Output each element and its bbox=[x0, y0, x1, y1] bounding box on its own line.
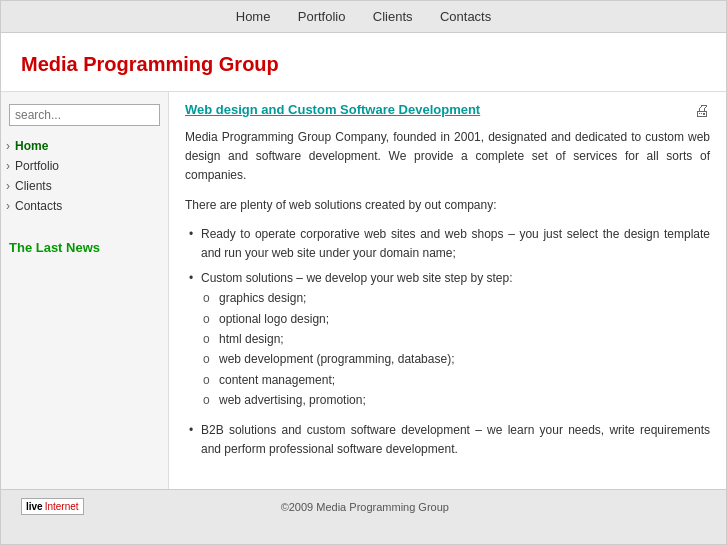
nav-contacts-link[interactable]: Contacts bbox=[440, 9, 491, 24]
main-layout: Home Portfolio Clients Contacts The Last… bbox=[1, 91, 726, 489]
nav-portfolio-link[interactable]: Portfolio bbox=[298, 9, 346, 24]
print-icon[interactable]: 🖨 bbox=[694, 102, 710, 120]
badge-live-text: live bbox=[26, 501, 43, 512]
sidebar-nav-menu: Home Portfolio Clients Contacts bbox=[1, 136, 168, 216]
nav-clients-link[interactable]: Clients bbox=[373, 9, 413, 24]
footer-badge: live Internet bbox=[21, 498, 84, 515]
sub-list-item: web advertising, promotion; bbox=[201, 390, 710, 410]
sidebar-item-home[interactable]: Home bbox=[1, 136, 168, 156]
site-footer: live Internet ©2009 Media Programming Gr… bbox=[1, 489, 726, 523]
badge-internet-text: Internet bbox=[45, 501, 79, 512]
sub-list-item: web development (programming, database); bbox=[201, 349, 710, 369]
sidebar-item-clients[interactable]: Clients bbox=[1, 176, 168, 196]
sidebar: Home Portfolio Clients Contacts The Last… bbox=[1, 92, 169, 489]
list-item: B2B solutions and custom software develo… bbox=[185, 421, 710, 459]
list-item: Custom solutions – we develop your web s… bbox=[185, 269, 710, 411]
intro-paragraph: Media Programming Group Company, founded… bbox=[185, 128, 710, 186]
content-title: Web design and Custom Software Developme… bbox=[185, 102, 480, 117]
sub-bullet-list: graphics design; optional logo design; h… bbox=[201, 288, 710, 410]
top-navigation: Home Portfolio Clients Contacts bbox=[1, 1, 726, 33]
search-input[interactable] bbox=[9, 104, 160, 126]
last-news-title: The Last News bbox=[1, 232, 168, 259]
search-box bbox=[9, 104, 160, 126]
sub-list-item: html design; bbox=[201, 329, 710, 349]
sub-list-item: content management; bbox=[201, 370, 710, 390]
sub-list-item: optional logo design; bbox=[201, 309, 710, 329]
nav-menu-top: Home Portfolio Clients Contacts bbox=[1, 9, 726, 24]
nav-home-link[interactable]: Home bbox=[236, 9, 271, 24]
sidebar-item-contacts[interactable]: Contacts bbox=[1, 196, 168, 216]
sub-list-item: graphics design; bbox=[201, 288, 710, 308]
solutions-intro: There are plenty of web solutions create… bbox=[185, 196, 710, 215]
sidebar-item-portfolio[interactable]: Portfolio bbox=[1, 156, 168, 176]
list-item: Ready to operate corporative web sites a… bbox=[185, 225, 710, 263]
site-title: Media Programming Group bbox=[21, 53, 706, 76]
content-body: Media Programming Group Company, founded… bbox=[185, 128, 710, 459]
content-wrapper: Media Programming Group Home Portfolio bbox=[1, 33, 726, 489]
main-content: Web design and Custom Software Developme… bbox=[169, 92, 726, 489]
site-header: Media Programming Group bbox=[1, 33, 726, 91]
content-header: Web design and Custom Software Developme… bbox=[185, 102, 710, 120]
bullet-list: Ready to operate corporative web sites a… bbox=[185, 225, 710, 459]
footer-copyright: ©2009 Media Programming Group bbox=[84, 501, 646, 513]
